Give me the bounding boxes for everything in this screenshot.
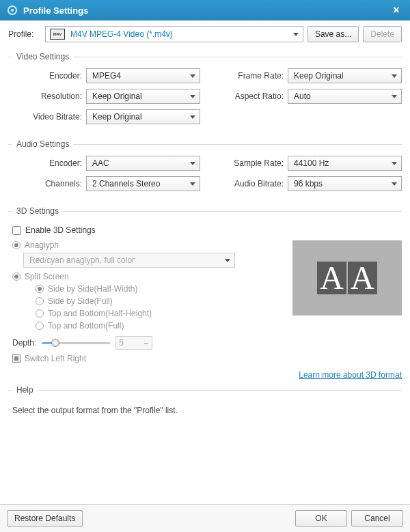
- sbs-half-radio: [36, 285, 44, 293]
- channels-value: 2 Channels Stereo: [92, 179, 160, 188]
- depth-value: 5: [119, 338, 124, 348]
- splitscreen-label: Split Screen: [25, 272, 69, 281]
- resolution-value: Keep Original: [92, 92, 142, 101]
- depth-label: Depth:: [12, 338, 36, 348]
- depth-spin: 5: [115, 336, 152, 350]
- chevron-down-icon: [190, 162, 195, 165]
- settings-gear-icon: [7, 5, 18, 16]
- titlebar: Profile Settings ×: [0, 0, 410, 20]
- anaglyph-radio: [12, 241, 20, 249]
- tb-half-radio: [36, 309, 44, 318]
- help-title: Help: [12, 385, 38, 395]
- sample-rate-select[interactable]: 44100 Hz: [288, 156, 402, 171]
- splitscreen-radio: [12, 272, 20, 281]
- chevron-down-icon: [392, 74, 397, 78]
- chevron-down-icon: [225, 259, 230, 262]
- channels-label: Channels:: [8, 179, 82, 188]
- footer: Restore Defaults OK Cancel: [0, 504, 410, 532]
- video-bitrate-value: Keep Original: [92, 112, 142, 122]
- sample-rate-label: Sample Rate:: [210, 158, 284, 168]
- restore-defaults-button[interactable]: Restore Defaults: [7, 510, 83, 527]
- channels-select[interactable]: 2 Channels Stereo: [86, 176, 200, 191]
- svg-point-1: [11, 9, 14, 12]
- close-icon[interactable]: ×: [390, 4, 403, 16]
- anaglyph-type-value: Red/cyan anaglyph, full color: [29, 255, 135, 265]
- video-encoder-label: Encoder:: [8, 71, 82, 81]
- help-text: Select the output format from the "Profi…: [12, 406, 402, 415]
- enable-3d-checkbox[interactable]: [12, 226, 21, 235]
- video-bitrate-label: Video Bitrate:: [8, 112, 82, 122]
- chevron-down-icon: [190, 182, 195, 186]
- frame-rate-select[interactable]: Keep Original: [288, 68, 402, 83]
- chevron-down-icon: [392, 182, 397, 186]
- profile-select[interactable]: M4V M4V MPEG-4 Video (*.m4v): [45, 26, 303, 42]
- resolution-label: Resolution:: [8, 92, 82, 101]
- profile-value: M4V MPEG-4 Video (*.m4v): [70, 29, 173, 39]
- aspect-ratio-select[interactable]: Auto: [288, 89, 402, 104]
- video-encoder-select[interactable]: MPEG4: [86, 68, 200, 83]
- ok-button[interactable]: OK: [295, 510, 347, 527]
- aspect-ratio-value: Auto: [294, 92, 311, 101]
- tb-half-label: Top and Bottom(Half-Height): [48, 309, 152, 318]
- tb-full-radio: [36, 322, 44, 330]
- delete-button: Delete: [363, 26, 402, 42]
- audio-encoder-value: AAC: [92, 158, 109, 168]
- anaglyph-type-select: Red/cyan anaglyph, full color: [23, 253, 235, 268]
- switch-lr-label: Switch Left Right: [25, 354, 86, 363]
- sbs-full-radio: [36, 297, 44, 305]
- frame-rate-value: Keep Original: [294, 71, 344, 81]
- enable-3d-label: Enable 3D Settings: [25, 225, 96, 235]
- chevron-down-icon: [190, 74, 195, 78]
- window-title: Profile Settings: [23, 5, 88, 16]
- sbs-half-label: Side by Side(Half-Width): [48, 284, 137, 294]
- video-bitrate-select[interactable]: Keep Original: [86, 109, 200, 124]
- cancel-button[interactable]: Cancel: [351, 510, 403, 527]
- profile-label: Profile:: [8, 29, 41, 39]
- learn-more-3d-link[interactable]: Learn more about 3D format: [299, 370, 402, 380]
- switch-lr-checkbox: [12, 354, 20, 363]
- m4v-format-icon: M4V: [50, 29, 65, 40]
- anaglyph-label: Anaglyph: [25, 240, 59, 250]
- preview-aa-icon: AA: [317, 262, 377, 294]
- resolution-select[interactable]: Keep Original: [86, 89, 200, 104]
- audio-bitrate-value: 96 kbps: [294, 179, 323, 188]
- 3d-preview: AA: [292, 240, 402, 316]
- audio-encoder-select[interactable]: AAC: [86, 156, 200, 171]
- chevron-down-icon: [392, 95, 397, 98]
- video-encoder-value: MPEG4: [92, 71, 121, 81]
- audio-encoder-label: Encoder:: [8, 158, 82, 168]
- tb-full-label: Top and Bottom(Full): [48, 321, 124, 331]
- save-as-button[interactable]: Save as...: [308, 26, 359, 42]
- chevron-down-icon: [392, 162, 397, 165]
- audio-settings-title: Audio Settings: [12, 139, 73, 149]
- sbs-full-label: Side by Side(Full): [48, 296, 113, 306]
- audio-bitrate-label: Audio Bitrate:: [210, 179, 284, 188]
- sample-rate-value: 44100 Hz: [294, 158, 329, 168]
- chevron-down-icon: [293, 33, 299, 36]
- chevron-down-icon: [190, 95, 195, 98]
- chevron-down-icon: [190, 115, 195, 119]
- depth-slider: [42, 338, 110, 348]
- frame-rate-label: Frame Rate:: [210, 71, 284, 81]
- video-settings-title: Video Settings: [12, 52, 73, 61]
- aspect-ratio-label: Aspect Ratio:: [210, 92, 284, 101]
- 3d-settings-title: 3D Settings: [12, 206, 63, 216]
- audio-bitrate-select[interactable]: 96 kbps: [288, 176, 402, 191]
